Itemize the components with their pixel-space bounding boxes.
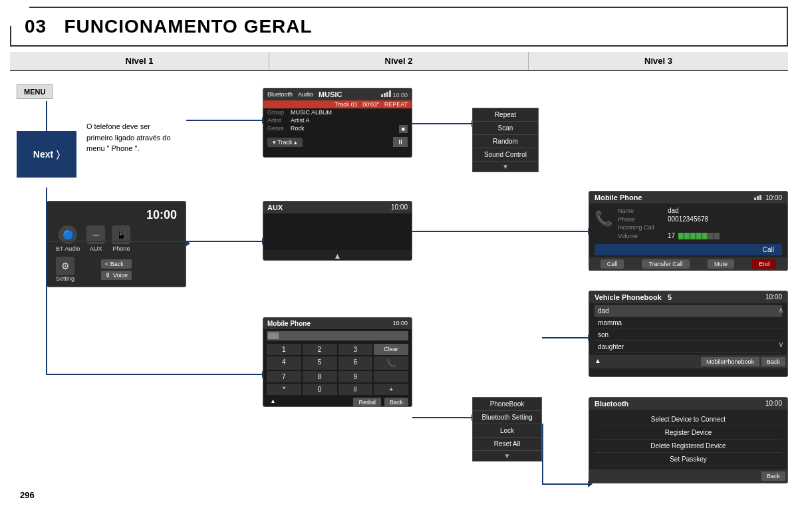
dialer-keypad: 1 2 3 Clear 4 5 6 📞 7 8 9 * 0 # +: [263, 342, 412, 396]
bluetooth-body: Select Device to Connect Register Device…: [589, 410, 787, 469]
repeat-bar: Track 01 00'03" REPEAT: [263, 100, 412, 108]
back-button[interactable]: < Back: [101, 259, 132, 269]
scan-item[interactable]: Scan: [473, 122, 538, 135]
phonebook-item[interactable]: PhoneBook: [473, 398, 541, 411]
dialer-clock: 10:00: [392, 320, 408, 327]
key-1[interactable]: 1: [267, 344, 301, 355]
dialer-up-arrow[interactable]: ▲: [267, 398, 276, 407]
mobile-phonebook-btn[interactable]: MobilePhonebook: [701, 357, 759, 366]
next-button[interactable]: Next 〉: [17, 131, 76, 178]
menu-clock: 10:00: [53, 207, 180, 222]
pause-btn[interactable]: ⏸: [393, 137, 408, 147]
incoming-clock: 10:00: [765, 194, 782, 201]
arrow-phonemenu-down: [542, 424, 543, 483]
bluetooth-screen: Bluetooth 10:00 Select Device to Connect…: [589, 397, 788, 483]
columns-header: Nível 1 Nível 2 Nível 3: [10, 52, 788, 71]
incoming-header: Mobile Phone 10:00: [589, 192, 787, 203]
bt-audio-icon-item[interactable]: 🔵 BT Audio: [56, 225, 80, 252]
sound-control-item[interactable]: Sound Control: [473, 148, 538, 162]
pb-contact-dad[interactable]: dad: [595, 305, 782, 317]
back-voice-area: < Back 🎙Voice: [101, 259, 132, 280]
pb-scroll-up[interactable]: ∧: [778, 305, 784, 315]
bt-select-device[interactable]: Select Device to Connect: [595, 413, 782, 426]
bt-setting-item[interactable]: Bluetooth Setting: [473, 411, 541, 424]
phonemenu-scroll-down[interactable]: ▼: [473, 451, 541, 461]
transfer-call-btn[interactable]: Transfer Call: [642, 259, 689, 269]
call-button-area: Call: [589, 244, 787, 257]
phone-row: Phone 00012345678: [618, 215, 782, 223]
aux-footer-arrow[interactable]: ▲: [263, 250, 412, 262]
redial-button[interactable]: Redial: [353, 398, 381, 407]
pb-up-arrow[interactable]: ▲: [591, 357, 601, 366]
phone-icon-item[interactable]: 📱 Phone: [112, 225, 130, 252]
aux-icon-item[interactable]: ─ AUX: [86, 225, 105, 252]
footer-call-btn[interactable]: Call: [600, 259, 624, 269]
rsrc-scroll-down[interactable]: ▼: [473, 162, 538, 172]
music-label: MUSIC: [319, 90, 342, 98]
phone-menu-screen: PhoneBook Bluetooth Setting Lock Reset A…: [472, 397, 542, 462]
call-button[interactable]: Call: [595, 244, 782, 255]
dialer-screen: Mobile Phone 10:00 1 2 3 Clear 4 5 6 📞 7…: [263, 317, 412, 407]
arrow-phonemenu-to-phonebook: [542, 337, 589, 338]
bt-audio-screen: Bluetooth Audio MUSIC 10:00 Track 01 00'…: [263, 88, 412, 158]
mute-btn[interactable]: Mute: [708, 259, 734, 269]
bluetooth-label: Bluetooth: [267, 91, 293, 98]
phonebook-title: Vehicle Phonebook 5: [595, 293, 672, 301]
key-6[interactable]: 6: [338, 356, 373, 370]
aux-clock: 10:00: [391, 203, 408, 211]
repeat-item[interactable]: Repeat: [473, 108, 538, 122]
key-4[interactable]: 4: [267, 356, 301, 370]
bt-delete-device[interactable]: Delete Registered Device: [595, 440, 782, 453]
key-5[interactable]: 5: [303, 356, 337, 370]
pb-contact-son[interactable]: son: [595, 329, 782, 341]
genre-row: Genre Rock ■: [263, 124, 412, 134]
page-title: 03 FUNCIONAMENTO GERAL: [25, 16, 313, 37]
pb-back-btn[interactable]: Back: [761, 357, 785, 366]
key-9[interactable]: 9: [338, 371, 373, 382]
key-call[interactable]: 📞: [374, 356, 408, 370]
random-item[interactable]: Random: [473, 135, 538, 148]
setting-icon-item[interactable]: ⚙ Setting: [56, 257, 74, 282]
audio-label: Audio: [298, 91, 313, 98]
phonebook-footer: ▲ MobilePhonebook Back: [589, 355, 787, 368]
col-header-1: Nível 1: [10, 52, 269, 70]
track-prev-btn[interactable]: ▾ Track ▴: [267, 138, 303, 147]
bt-set-passkey[interactable]: Set Passkey: [595, 453, 782, 466]
signal-bars: [381, 90, 391, 97]
menu-button[interactable]: MENU: [17, 84, 53, 99]
aux-body: [263, 213, 412, 250]
bt-register-device[interactable]: Register Device: [595, 426, 782, 440]
key-plus[interactable]: +: [374, 384, 408, 395]
key-clear[interactable]: Clear: [374, 344, 408, 355]
level1-menu-screen: 10:00 🔵 BT Audio ─ AUX 📱 Phone ⚙ Setting: [47, 201, 186, 287]
incoming-title: Mobile Phone: [595, 194, 642, 201]
page-header: 03 FUNCIONAMENTO GERAL: [10, 7, 788, 47]
main-area: MENU Next 〉 O telefone deve ser primeiro…: [10, 71, 788, 503]
arrow-btaudio-to-rsrc: [412, 123, 472, 124]
artist-row: Artist Artist A: [263, 116, 412, 124]
reset-all-item[interactable]: Reset All: [473, 438, 541, 451]
page-number: 296: [20, 490, 35, 500]
pb-contact-daughter[interactable]: daughter: [595, 341, 782, 353]
key-7[interactable]: 7: [267, 371, 301, 382]
dialer-back-button[interactable]: Back: [384, 398, 408, 407]
arrow-menu-to-next: [46, 101, 47, 134]
name-row: Name dad: [618, 207, 782, 214]
bluetooth-back-btn[interactable]: Back: [761, 471, 785, 481]
voice-button[interactable]: 🎙Voice: [101, 271, 132, 280]
aux-header: AUX 10:00: [263, 201, 412, 213]
key-0[interactable]: 0: [303, 384, 337, 395]
pb-contact-mamma[interactable]: mamma: [595, 317, 782, 329]
volume-value: 17: [668, 232, 675, 239]
key-star[interactable]: *: [267, 384, 301, 395]
key-hash[interactable]: #: [338, 384, 373, 395]
incoming-signal: [754, 195, 761, 200]
pb-scroll-down[interactable]: ∨: [778, 340, 784, 349]
volume-bar: [678, 233, 720, 239]
arrow-to-bluetooth: [542, 483, 589, 485]
lock-item[interactable]: Lock: [473, 424, 541, 438]
end-call-btn[interactable]: End: [752, 259, 776, 269]
key-3[interactable]: 3: [338, 344, 373, 355]
key-2[interactable]: 2: [303, 344, 337, 355]
key-8[interactable]: 8: [303, 371, 337, 382]
